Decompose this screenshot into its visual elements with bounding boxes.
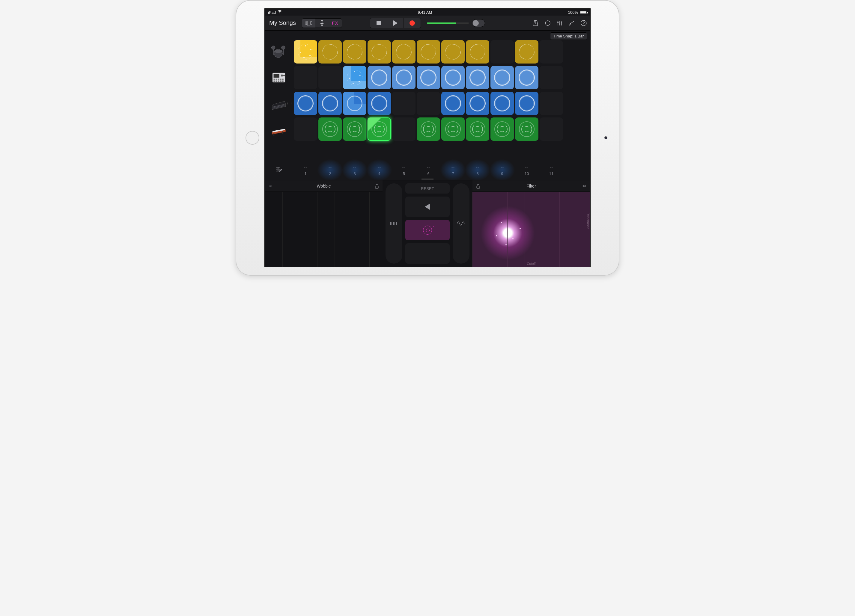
master-volume-slider[interactable] <box>427 23 469 24</box>
fx-right-xy-pad[interactable]: Resonance Cutoff <box>472 192 590 267</box>
column-trigger-2[interactable]: ︿2 <box>319 160 342 180</box>
empty-cell[interactable] <box>294 66 317 89</box>
column-trigger-5[interactable]: ︿5 <box>392 160 415 180</box>
svg-rect-18 <box>274 74 279 78</box>
fx-left-name: Wobble <box>317 183 331 188</box>
loop-cell[interactable] <box>490 92 514 115</box>
loop-cell[interactable] <box>368 118 391 141</box>
help-icon[interactable]: ? <box>581 20 587 26</box>
device-label: iPad <box>268 10 276 15</box>
empty-cell[interactable] <box>392 92 415 115</box>
master-toggle[interactable] <box>472 19 485 27</box>
svg-rect-26 <box>278 81 279 82</box>
column-trigger-3[interactable]: ︿3 <box>343 160 366 180</box>
loop-cell[interactable] <box>466 66 489 89</box>
track-header-synth[interactable] <box>265 116 293 142</box>
empty-cell[interactable] <box>539 40 563 64</box>
column-trigger-10[interactable]: ︿10 <box>515 160 538 180</box>
loop-cell[interactable] <box>417 66 440 89</box>
loop-cell[interactable] <box>417 118 440 141</box>
column-trigger-1[interactable]: ︿1 <box>294 160 317 180</box>
empty-cell[interactable] <box>539 92 563 115</box>
fx-scratch-button[interactable] <box>405 220 450 240</box>
loop-cell[interactable] <box>466 118 489 141</box>
column-trigger-9[interactable]: ︿9 <box>490 160 514 180</box>
mixer-icon[interactable] <box>556 20 563 26</box>
loop-cell[interactable] <box>515 118 538 141</box>
settings-icon[interactable] <box>568 20 575 26</box>
fx-right-y-axis: Resonance <box>586 212 590 229</box>
clock: 9:41 AM <box>418 10 432 15</box>
column-trigger-6[interactable]: ︿6 <box>417 160 440 180</box>
column-trigger-7[interactable]: ︿7 <box>441 160 465 180</box>
loop-cell[interactable] <box>441 118 465 141</box>
metronome-icon[interactable] <box>532 20 539 26</box>
loop-cell[interactable] <box>466 92 489 115</box>
fx-left-xy-pad[interactable] <box>265 192 383 267</box>
loop-cell[interactable] <box>319 40 342 64</box>
loop-cell[interactable] <box>441 40 465 64</box>
loop-cell[interactable] <box>368 66 391 89</box>
loop-cell[interactable] <box>319 92 342 115</box>
home-button[interactable] <box>245 131 259 145</box>
svg-rect-34 <box>278 167 280 169</box>
loop-cell[interactable] <box>515 66 538 89</box>
loop-cell[interactable] <box>490 118 514 141</box>
fx-right-panel: Filter Resonance Cutoff <box>472 180 590 267</box>
fx-reset-button[interactable]: RESET <box>405 183 450 194</box>
loop-cell[interactable] <box>343 40 366 64</box>
track-header-keyboard[interactable]: ⋮⋮ <box>265 90 293 116</box>
record-button[interactable] <box>404 18 421 28</box>
empty-cell[interactable] <box>319 66 342 89</box>
loop-cell[interactable] <box>515 92 538 115</box>
fx-right-lock-icon[interactable] <box>476 184 480 188</box>
svg-rect-19 <box>274 79 275 80</box>
fx-right-shuffle-icon[interactable] <box>582 184 586 188</box>
stop-button[interactable] <box>370 18 387 28</box>
empty-cell[interactable] <box>392 118 415 141</box>
loop-cell[interactable] <box>466 40 489 64</box>
view-mode-segment: FX <box>302 18 342 28</box>
loop-cell[interactable] <box>294 40 317 64</box>
loop-cell[interactable] <box>319 118 342 141</box>
loop-cell[interactable] <box>417 40 440 64</box>
loop-cell[interactable] <box>294 92 317 115</box>
fx-left-shuffle-icon[interactable] <box>269 184 273 188</box>
browser-view-button[interactable] <box>302 18 316 28</box>
fx-left-lock-icon[interactable] <box>375 184 379 188</box>
column-trigger-11[interactable]: ︿11 <box>539 160 563 180</box>
column-trigger-8[interactable]: ︿8 <box>466 160 489 180</box>
loop-cell[interactable] <box>392 40 415 64</box>
my-songs-button[interactable]: My Songs <box>269 20 296 26</box>
loop-cell[interactable] <box>515 40 538 64</box>
grid-edit-icon[interactable] <box>276 167 282 173</box>
fx-wave-strip[interactable] <box>453 183 469 264</box>
loop-cell[interactable] <box>368 92 391 115</box>
loop-cell[interactable] <box>368 40 391 64</box>
fx-reverse-button[interactable] <box>405 197 450 217</box>
fx-gate-strip[interactable] <box>386 183 402 264</box>
loop-cell[interactable] <box>441 92 465 115</box>
play-button[interactable] <box>387 18 404 28</box>
empty-cell[interactable] <box>417 92 440 115</box>
loop-cell[interactable] <box>490 66 514 89</box>
loop-cell[interactable] <box>441 66 465 89</box>
loop-icon[interactable] <box>544 20 551 26</box>
empty-cell[interactable] <box>539 118 563 141</box>
fx-stop-button[interactable] <box>405 243 450 264</box>
loop-cell[interactable] <box>343 118 366 141</box>
loop-cell[interactable] <box>343 92 366 115</box>
mic-button[interactable] <box>316 18 329 28</box>
empty-cell[interactable] <box>539 66 563 89</box>
empty-cell[interactable] <box>294 118 317 141</box>
fx-drag-handle[interactable] <box>421 179 434 180</box>
empty-cell[interactable] <box>490 40 514 64</box>
fx-button[interactable]: FX <box>329 18 342 28</box>
track-header-drum-machine[interactable] <box>265 65 293 90</box>
svg-rect-20 <box>276 79 277 80</box>
track-header-drums[interactable] <box>265 39 293 65</box>
time-snap-badge[interactable]: Time Snap: 1 Bar <box>550 32 587 40</box>
loop-cell[interactable] <box>343 66 366 89</box>
loop-cell[interactable] <box>392 66 415 89</box>
column-trigger-4[interactable]: ︿4 <box>368 160 391 180</box>
